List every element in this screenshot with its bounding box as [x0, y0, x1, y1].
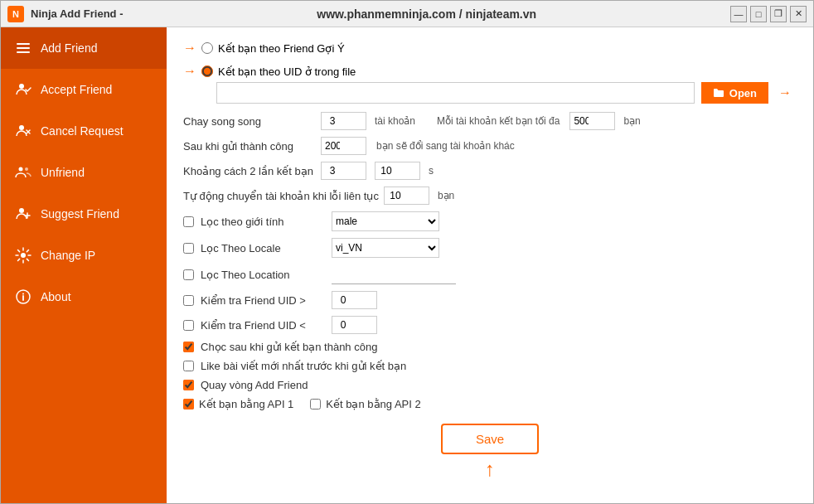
restore-button[interactable]: ❐: [770, 6, 787, 22]
tai-khoan-label: tài khoản: [375, 115, 415, 127]
choc-label: Chọc sau khi gửi kết bạn thành công: [201, 341, 377, 353]
khoang-cach-row: Khoảng cách 2 lần kết bạn s: [183, 162, 797, 180]
uid-lt-label: Kiểm tra Friend UID <: [201, 319, 325, 332]
sau-khi-gui-label: Sau khi gửi thành công: [183, 140, 316, 153]
api2-label: Kết bạn bằng API 2: [326, 398, 420, 410]
sidebar-label-add-friend: Add Friend: [41, 41, 97, 55]
window-controls: — □ ❐ ✕: [730, 6, 807, 22]
gear-icon: [14, 246, 32, 264]
close-button[interactable]: ✕: [790, 6, 807, 22]
content-area: Add Friend Accept Friend: [1, 27, 813, 503]
app-title: Ninja Add Friend -: [31, 7, 123, 20]
user-plus-icon: [14, 205, 32, 223]
uid-lt-row: Kiểm tra Friend UID <: [183, 316, 797, 334]
sidebar-item-cancel-request[interactable]: Cancel Request: [1, 110, 167, 152]
moi-tai-khoan-input[interactable]: [569, 112, 615, 130]
minimize-button[interactable]: —: [730, 6, 747, 22]
quay-vong-row: Quay vòng Add Friend: [183, 379, 797, 391]
uid-gt-label: Kiểm tra Friend UID >: [201, 294, 325, 307]
save-button[interactable]: Save: [441, 424, 539, 454]
gioi-tinh-select[interactable]: male female all: [332, 211, 439, 231]
chay-song-song-input[interactable]: [321, 112, 366, 130]
sidebar-item-accept-friend[interactable]: Accept Friend: [1, 69, 167, 110]
radio-text-1: Kết bạn theo Friend Gợi Ý: [218, 42, 345, 55]
location-input[interactable]: ha noi: [332, 264, 456, 284]
uid-lt-checkbox[interactable]: [183, 320, 194, 331]
folder-icon: [713, 87, 724, 99]
chay-song-song-label: Chay song song: [183, 115, 316, 128]
svg-point-12: [21, 253, 26, 258]
api-row: Kết bạn bằng API 1 Kết bạn bằng API 2: [183, 398, 797, 410]
loc-gioi-tinh-checkbox[interactable]: [183, 216, 194, 227]
sidebar-label-unfriend: Unfriend: [41, 166, 85, 179]
radio-row-2: → Kết bạn theo UID ở trong file: [183, 64, 797, 79]
svg-rect-1: [17, 47, 30, 49]
sidebar-item-add-friend[interactable]: Add Friend: [1, 27, 167, 69]
open-button[interactable]: Open: [701, 82, 768, 104]
loc-locale-checkbox[interactable]: [183, 243, 194, 254]
up-arrow-indicator: ↑: [183, 458, 797, 481]
open-button-label: Open: [729, 87, 757, 99]
locale-select[interactable]: vi_VN en_US en_GB: [332, 238, 439, 258]
app-url: www.phanmemninja.com / ninjateam.vn: [123, 7, 730, 21]
uid-lt-wrap: [332, 316, 377, 334]
quay-vong-checkbox[interactable]: [183, 380, 194, 390]
loc-location-row: Lọc Theo Location ha noi: [183, 264, 797, 284]
loc-location-checkbox[interactable]: [183, 269, 194, 280]
chay-song-song-input-wrap: [321, 112, 366, 130]
moi-tai-khoan-wrap: [569, 112, 615, 130]
svg-point-8: [25, 167, 28, 171]
quay-vong-label: Quay vòng Add Friend: [201, 379, 308, 391]
ban-se-doi-label: bạn sẽ đổi sang tài khoản khác: [376, 140, 515, 152]
main-content: → Kết bạn theo Friend Gợi Ý → Kết bạn th…: [167, 27, 813, 503]
loc-gioi-tinh-row: Lọc theo giới tính male female all: [183, 211, 797, 231]
arrow-indicator-2: →: [183, 64, 196, 79]
sidebar-item-change-ip[interactable]: Change IP: [1, 235, 167, 276]
uid-gt-input[interactable]: [332, 291, 377, 309]
svg-rect-0: [17, 43, 30, 45]
api2-checkbox[interactable]: [310, 399, 321, 410]
khoang-cach-wrap2: [375, 162, 420, 180]
khoang-cach-label: Khoảng cách 2 lần kết bạn: [183, 165, 316, 177]
tu-dong-chuyen-row: Tự động chuyển tài khoản khi lỗi liên tụ…: [183, 187, 797, 205]
maximize-button[interactable]: □: [750, 6, 767, 22]
khoang-cach-input2[interactable]: [375, 162, 420, 180]
api1-label: Kết bạn bằng API 1: [199, 398, 293, 410]
khoang-cach-input1[interactable]: [321, 162, 366, 180]
uid-lt-input[interactable]: [332, 316, 377, 334]
main-window: N Ninja Add Friend - www.phanmemninja.co…: [0, 0, 814, 504]
radio-uid-file[interactable]: [201, 65, 213, 77]
sau-khi-gui-input[interactable]: [321, 137, 366, 155]
choc-checkbox[interactable]: [183, 342, 194, 352]
tu-dong-chuyen-input[interactable]: [384, 187, 429, 205]
radio-friend-suggestion[interactable]: [201, 42, 213, 54]
choc-row: Chọc sau khi gửi kết bạn thành công: [183, 341, 797, 353]
loc-locale-row: Lọc Theo Locale vi_VN en_US en_GB: [183, 238, 797, 258]
sau-khi-gui-wrap: [321, 137, 366, 155]
save-section: Save ↑: [183, 424, 797, 481]
radio-label-2[interactable]: Kết bạn theo UID ở trong file: [201, 65, 356, 78]
moi-tai-khoan-label: Mỗi tài khoản kết bạn tối đa: [437, 115, 560, 127]
api1-wrap: Kết bạn bằng API 1: [183, 398, 293, 410]
sidebar-item-about[interactable]: About: [1, 276, 167, 317]
users-icon: [14, 163, 32, 182]
radio-text-2: Kết bạn theo UID ở trong file: [218, 65, 356, 78]
title-bar: N Ninja Add Friend - www.phanmemninja.co…: [1, 1, 813, 27]
like-checkbox[interactable]: [183, 361, 194, 371]
sidebar-item-unfriend[interactable]: Unfriend: [1, 152, 167, 193]
tu-dong-chuyen-wrap: [384, 187, 429, 205]
uid-gt-checkbox[interactable]: [183, 295, 194, 306]
api1-checkbox[interactable]: [183, 399, 194, 410]
file-path-input[interactable]: D:\Data\Like_Nguyentatkiem_1020939: [216, 82, 695, 104]
radio-label-1[interactable]: Kết bạn theo Friend Gợi Ý: [201, 42, 345, 55]
svg-rect-2: [17, 51, 30, 53]
loc-gioi-tinh-label: Lọc theo giới tính: [201, 216, 325, 228]
radio-row-1: → Kết bạn theo Friend Gợi Ý: [183, 41, 797, 56]
sidebar-label-accept-friend: Accept Friend: [41, 83, 112, 96]
ban-label2: bạn: [438, 190, 454, 201]
uid-gt-row: Kiểm tra Friend UID >: [183, 291, 797, 309]
sidebar-item-suggest-friend[interactable]: Suggest Friend: [1, 193, 167, 235]
arrow-indicator-3: →: [778, 85, 792, 100]
ban-label: bạn: [623, 115, 640, 127]
user-x-icon: [14, 122, 32, 140]
